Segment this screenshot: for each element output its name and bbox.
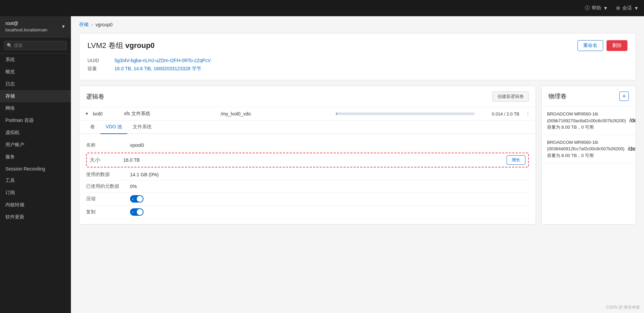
help-menu[interactable]: ⓘ 帮助 ▼ [585, 5, 608, 11]
vol-name: lvol0 [93, 111, 120, 116]
vol-context-menu-icon[interactable]: ⋮ [523, 111, 530, 116]
rename-button[interactable]: 重命名 [577, 40, 603, 51]
vdo-size-row: 大小 16.0 TB 增长 [86, 153, 529, 167]
physical-item-info-1: BROADCOM MR9560-16i(00384d0912fcc7af2c00… [547, 139, 624, 159]
physical-item-0: BROADCOM MR9560-16i(009b7169270ac8af2c00… [542, 107, 636, 135]
vdo-compress-row: 压缩 ✓ [86, 192, 529, 206]
compress-check-icon: ✓ [132, 197, 134, 201]
tab-vol[interactable]: 卷 [85, 121, 100, 134]
sidebar-item-system[interactable]: 系统 [0, 54, 71, 66]
physical-item-dev-0: /dev/sda [629, 118, 636, 124]
replicate-check-icon: ✓ [132, 210, 134, 214]
physical-card: 物理卷 + BROADCOM MR9560-16i(009b7169270ac8… [541, 86, 636, 225]
vdo-compress-toggle[interactable]: ✓ [130, 195, 529, 203]
replicate-toggle[interactable]: ✓ [130, 208, 144, 216]
vol-row: ▼ lvol0 xfs 文件系统 /my_lvol0_vdo 0.014 / 2… [79, 107, 536, 121]
physical-item-1: BROADCOM MR9560-16i(00384d0912fcc7af2c00… [542, 135, 636, 163]
sidebar-item-vm[interactable]: 虚拟机 [0, 127, 71, 139]
search-icon: 🔍 [7, 43, 12, 48]
vdo-size-value: 16.0 TB [123, 157, 507, 163]
vol-progress-fill [336, 112, 337, 115]
physical-item-info-0: BROADCOM MR9560-16i(009b7169270ac8af2c00… [547, 111, 626, 131]
vdo-replicate-label: 复制 [86, 209, 130, 215]
help-icon: ⓘ [585, 5, 590, 11]
gear-icon: ⚙ [616, 5, 620, 11]
vdo-replicate-row: 复制 ✓ [86, 206, 529, 219]
lvm-title-prefix: LVM2 卷组 [87, 41, 125, 50]
uuid-label: UUID [87, 56, 114, 64]
sidebar-item-tools[interactable]: 工具 [0, 175, 71, 187]
vdo-used-data-label: 使用的数据 [86, 172, 130, 178]
vdo-used-meta-label: 已使用的元数据 [86, 183, 130, 189]
content-area: 存储 › vgroup0 LVM2 卷组 vgroup0 重命名 删除 UUID… [71, 16, 644, 313]
logical-card: 逻辑卷 创建新逻辑卷 ▼ lvol0 xfs 文件系统 /my_lvol0_vd… [79, 86, 536, 225]
session-label: 会话 [622, 5, 632, 11]
sidebar-hostname: localhost.localdomain [5, 27, 47, 33]
logical-card-title: 逻辑卷 [86, 93, 104, 101]
sidebar-item-podman[interactable]: Podman 容器 [0, 114, 71, 127]
vol-chevron-icon[interactable]: ▼ [85, 111, 89, 116]
sidebar-user-chevron-icon: ▼ [61, 24, 66, 29]
lvm-title-name: vgroup0 [125, 41, 155, 50]
replicate-knob [137, 209, 143, 215]
watermark: CSDN @ 降世神童 [606, 305, 640, 310]
tab-fs[interactable]: 文件系统 [127, 121, 157, 134]
vdo-content: 名称 vpool0 大小 16.0 TB 增长 使用的数据 14.1 GB (0… [79, 134, 536, 224]
lvm-card: LVM2 卷组 vgroup0 重命名 删除 UUID 5g3I4V-bgba-… [79, 33, 636, 80]
vdo-size-label: 大小 [89, 157, 123, 164]
sidebar-item-services[interactable]: 服务 [0, 151, 71, 163]
vdo-used-data-value: 14.1 GB (0%) [130, 172, 529, 177]
sidebar-item-logs[interactable]: 日志 [0, 78, 71, 90]
physical-item-name-1: BROADCOM MR9560-16i(00384d0912fcc7af2c00… [547, 139, 624, 152]
sidebar-item-software-update[interactable]: 软件更新 [0, 211, 71, 223]
vol-mount: /my_lvol0_vdo [221, 111, 332, 116]
vdo-used-meta-value: 0% [130, 184, 529, 189]
uuid-value: 5g3I4V-bgba-nLHJ-uZDm-I2FH-0RTo-zZqPcV [114, 56, 627, 64]
physical-items-list: BROADCOM MR9560-16i(009b7169270ac8af2c00… [542, 107, 636, 163]
breadcrumb-parent[interactable]: 存储 [79, 22, 88, 28]
sidebar-item-session-recording[interactable]: Session Recording [0, 163, 71, 175]
tab-vdo[interactable]: VDO 池 [100, 121, 127, 134]
lvm-info-table: UUID 5g3I4V-bgba-nLHJ-uZDm-I2FH-0RTo-zZq… [87, 56, 627, 73]
create-logical-button[interactable]: 创建新逻辑卷 [492, 92, 529, 102]
sidebar-item-storage[interactable]: 存储 [0, 90, 71, 102]
vdo-used-meta-row: 已使用的元数据 0% [86, 181, 529, 192]
physical-card-title: 物理卷 [548, 92, 567, 100]
physical-item-capacity-0: 容量为 8.00 TB，0 可用 [547, 124, 626, 131]
sidebar-item-kdump[interactable]: 内核转储 [0, 199, 71, 211]
vdo-name-value: vpool0 [130, 142, 529, 148]
vdo-name-label: 名称 [86, 142, 130, 148]
physical-item-dev-1: /dev/sdb [628, 146, 636, 152]
session-menu[interactable]: ⚙ 会话 ▼ [616, 5, 639, 11]
sidebar-item-network[interactable]: 网络 [0, 102, 71, 114]
tab-bar: 卷VDO 池文件系统 [79, 121, 536, 134]
vdo-compress-label: 压缩 [86, 196, 130, 202]
lvm-title: LVM2 卷组 vgroup0 [87, 41, 155, 51]
breadcrumb-current: vgroup0 [96, 22, 113, 27]
vdo-name-row: 名称 vpool0 [86, 139, 529, 151]
physical-item-name-0: BROADCOM MR9560-16i(009b7169270ac8af2c00… [547, 111, 626, 124]
physical-item-capacity-1: 容量为 8.00 TB，0 可用 [547, 152, 624, 159]
search-input[interactable] [4, 41, 67, 50]
session-chevron-icon: ▼ [634, 5, 639, 11]
breadcrumb: 存储 › vgroup0 [79, 22, 636, 28]
sidebar-search-container: 🔍 [0, 37, 71, 54]
topbar: ⓘ 帮助 ▼ ⚙ 会话 ▼ [0, 0, 644, 16]
vol-fs: xfs 文件系统 [124, 111, 216, 117]
vdo-used-data-row: 使用的数据 14.1 GB (0%) [86, 169, 529, 181]
sidebar-user[interactable]: root@ localhost.localdomain ▼ [0, 16, 71, 37]
compress-toggle[interactable]: ✓ [130, 195, 144, 203]
add-physical-button[interactable]: + [619, 92, 629, 101]
breadcrumb-separator: › [91, 22, 93, 27]
bottom-section: 逻辑卷 创建新逻辑卷 ▼ lvol0 xfs 文件系统 /my_lvol0_vd… [79, 86, 636, 225]
vdo-replicate-toggle[interactable]: ✓ [130, 208, 529, 216]
sidebar-item-users[interactable]: 用户账户 [0, 139, 71, 151]
vol-size: 0.014 / 2.0 TB [479, 111, 519, 116]
vol-progress-wrap [336, 112, 475, 115]
help-label: 帮助 [592, 5, 601, 11]
sidebar-item-subscription[interactable]: 订阅 [0, 187, 71, 199]
delete-button[interactable]: 删除 [607, 40, 627, 51]
sidebar: root@ localhost.localdomain ▼ 🔍 系统概览日志存储… [0, 16, 71, 313]
sidebar-item-overview[interactable]: 概览 [0, 66, 71, 78]
grow-button[interactable]: 增长 [507, 155, 525, 165]
